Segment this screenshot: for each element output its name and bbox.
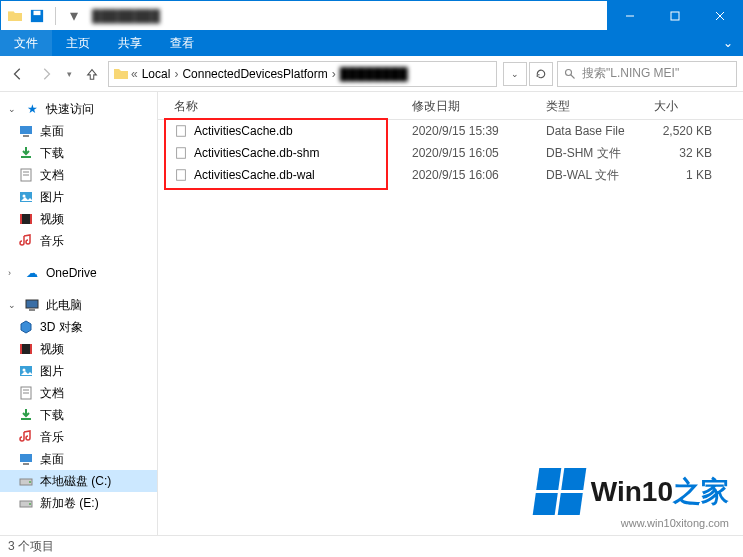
drive-icon bbox=[18, 495, 34, 511]
column-date[interactable]: 修改日期 bbox=[404, 92, 538, 119]
chevron-right-icon[interactable]: › bbox=[330, 67, 338, 81]
download-icon bbox=[18, 145, 34, 161]
svg-rect-22 bbox=[20, 344, 22, 354]
sidebar-item[interactable]: 图片 bbox=[0, 186, 157, 208]
close-button[interactable] bbox=[697, 1, 742, 31]
forward-button[interactable] bbox=[34, 62, 58, 86]
file-tab[interactable]: 文件 bbox=[0, 30, 52, 56]
search-placeholder: 搜索"L.NING MEI" bbox=[582, 65, 679, 82]
ribbon: 文件 主页 共享 查看 ⌄ bbox=[0, 30, 743, 56]
sidebar-item-label: 下载 bbox=[40, 145, 64, 162]
drive-icon bbox=[18, 473, 34, 489]
chevron-left-icon[interactable]: « bbox=[129, 67, 140, 81]
sidebar-item[interactable]: 3D 对象 bbox=[0, 316, 157, 338]
tab-view[interactable]: 查看 bbox=[156, 30, 208, 56]
watermark-brand: Win10 bbox=[591, 476, 673, 507]
svg-point-25 bbox=[23, 369, 26, 372]
minimize-button[interactable] bbox=[607, 1, 652, 31]
breadcrumb-item[interactable]: ConnectedDevicesPlatform bbox=[180, 67, 329, 81]
file-type: DB-SHM 文件 bbox=[538, 145, 646, 162]
svg-rect-18 bbox=[30, 214, 32, 224]
column-name[interactable]: 名称 bbox=[158, 92, 404, 119]
sidebar-item[interactable]: 文档 bbox=[0, 382, 157, 404]
sidebar-item-label: 文档 bbox=[40, 385, 64, 402]
qat-dropdown-icon[interactable]: ▾ bbox=[66, 8, 82, 24]
sidebar-item-label: 新加卷 (E:) bbox=[40, 495, 99, 512]
3d-icon bbox=[18, 319, 34, 335]
address-bar[interactable]: « Local › ConnectedDevicesPlatform › ███… bbox=[108, 61, 497, 87]
file-size: 2,520 KB bbox=[646, 124, 720, 138]
qat-divider bbox=[55, 7, 56, 25]
sidebar-item-label: 3D 对象 bbox=[40, 319, 83, 336]
chevron-right-icon[interactable]: › bbox=[8, 268, 18, 278]
file-date: 2020/9/15 16:05 bbox=[404, 146, 538, 160]
sidebar-thispc[interactable]: ⌄ 此电脑 bbox=[0, 294, 157, 316]
watermark-brand-suffix: 之家 bbox=[673, 476, 729, 507]
tab-home[interactable]: 主页 bbox=[52, 30, 104, 56]
cloud-icon: ☁ bbox=[24, 265, 40, 281]
qat-save-icon[interactable] bbox=[29, 8, 45, 24]
watermark: Win10之家 www.win10xitong.com bbox=[536, 468, 729, 529]
refresh-button[interactable] bbox=[529, 62, 553, 86]
table-row[interactable]: ActivitiesCache.db-wal2020/9/15 16:06DB-… bbox=[158, 164, 743, 186]
ribbon-expand-icon[interactable]: ⌄ bbox=[713, 30, 743, 56]
column-size[interactable]: 大小 bbox=[646, 92, 720, 119]
up-button[interactable] bbox=[80, 62, 104, 86]
folder-icon bbox=[7, 8, 23, 24]
sidebar-item-label: 本地磁盘 (C:) bbox=[40, 473, 111, 490]
titlebar: ▾ ████████ bbox=[0, 0, 743, 30]
sidebar-item[interactable]: 音乐 bbox=[0, 426, 157, 448]
music-icon bbox=[18, 233, 34, 249]
svg-rect-9 bbox=[23, 135, 29, 137]
chevron-down-icon[interactable]: ⌄ bbox=[8, 104, 18, 114]
chevron-down-icon[interactable]: ⌄ bbox=[8, 300, 18, 310]
svg-rect-8 bbox=[20, 126, 32, 134]
file-name: ActivitiesCache.db-shm bbox=[194, 146, 319, 160]
svg-rect-19 bbox=[26, 300, 38, 308]
breadcrumb-item[interactable]: Local bbox=[140, 67, 173, 81]
status-bar: 3 个项目 bbox=[0, 535, 743, 557]
status-item-count: 3 个项目 bbox=[8, 538, 54, 555]
sidebar-item[interactable]: 音乐 bbox=[0, 230, 157, 252]
address-dropdown-button[interactable]: ⌄ bbox=[503, 62, 527, 86]
maximize-button[interactable] bbox=[652, 1, 697, 31]
svg-rect-30 bbox=[20, 454, 32, 462]
sidebar-item[interactable]: 视频 bbox=[0, 338, 157, 360]
sidebar-quickaccess[interactable]: ⌄ ★ 快速访问 bbox=[0, 98, 157, 120]
folder-icon bbox=[113, 66, 129, 82]
sidebar-item[interactable]: 下载 bbox=[0, 404, 157, 426]
sidebar-item[interactable]: 桌面 bbox=[0, 448, 157, 470]
svg-rect-37 bbox=[177, 148, 186, 159]
sidebar-item[interactable]: 图片 bbox=[0, 360, 157, 382]
sidebar-item[interactable]: 桌面 bbox=[0, 120, 157, 142]
sidebar-item[interactable]: 文档 bbox=[0, 164, 157, 186]
sidebar-item-label: 音乐 bbox=[40, 429, 64, 446]
sidebar-onedrive[interactable]: › ☁ OneDrive bbox=[0, 262, 157, 284]
svg-rect-23 bbox=[30, 344, 32, 354]
navbar: ▾ « Local › ConnectedDevicesPlatform › █… bbox=[0, 56, 743, 92]
sidebar-item[interactable]: 下载 bbox=[0, 142, 157, 164]
column-type[interactable]: 类型 bbox=[538, 92, 646, 119]
back-button[interactable] bbox=[6, 62, 30, 86]
svg-rect-36 bbox=[177, 126, 186, 137]
file-icon bbox=[174, 146, 188, 160]
table-row[interactable]: ActivitiesCache.db-shm2020/9/15 16:05DB-… bbox=[158, 142, 743, 164]
file-name: ActivitiesCache.db-wal bbox=[194, 168, 315, 182]
sidebar-item-label: 快速访问 bbox=[46, 101, 94, 118]
sidebar-item-label: 下载 bbox=[40, 407, 64, 424]
breadcrumb-item[interactable]: ████████ bbox=[338, 67, 410, 81]
table-row[interactable]: ActivitiesCache.db2020/9/15 15:39Data Ba… bbox=[158, 120, 743, 142]
file-date: 2020/9/15 16:06 bbox=[404, 168, 538, 182]
windows-logo-icon bbox=[532, 468, 586, 515]
sidebar-item[interactable]: 本地磁盘 (C:) bbox=[0, 470, 157, 492]
sidebar-item[interactable]: 新加卷 (E:) bbox=[0, 492, 157, 514]
sidebar-item[interactable]: 视频 bbox=[0, 208, 157, 230]
chevron-right-icon[interactable]: › bbox=[172, 67, 180, 81]
star-icon: ★ bbox=[24, 101, 40, 117]
tab-share[interactable]: 共享 bbox=[104, 30, 156, 56]
search-input[interactable]: 搜索"L.NING MEI" bbox=[557, 61, 737, 87]
recent-locations-button[interactable]: ▾ bbox=[62, 62, 76, 86]
svg-point-6 bbox=[566, 69, 572, 75]
doc-icon bbox=[18, 385, 34, 401]
file-list: ActivitiesCache.db2020/9/15 15:39Data Ba… bbox=[158, 120, 743, 186]
